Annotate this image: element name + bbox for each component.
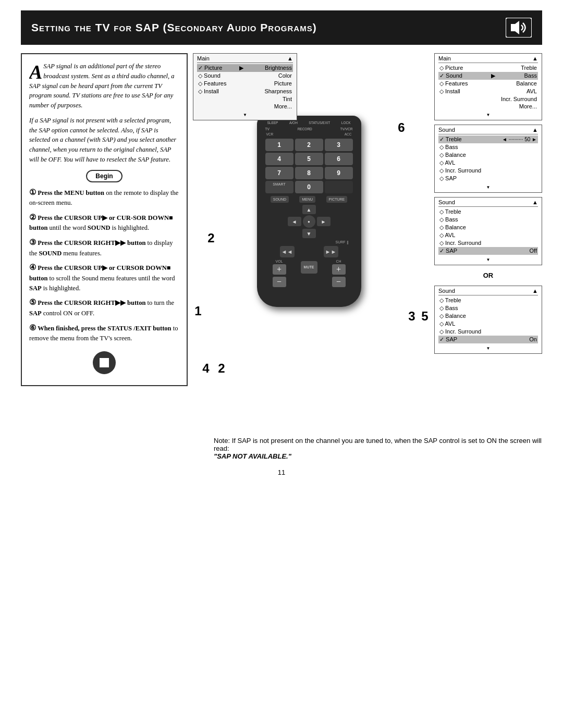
main-sound-title: Main — [438, 55, 451, 61]
surf-label: SURF ‖ — [336, 240, 349, 244]
svg-rect-3 — [100, 358, 109, 367]
sound-btn[interactable]: SOUND — [271, 196, 289, 203]
aoh-label: A/OH — [289, 121, 298, 125]
intro-paragraph-2: If a SAP signal is not present with a se… — [29, 116, 179, 165]
btn-1[interactable]: 1 — [265, 139, 293, 151]
menu-sound-sap-off: Sound ▲ ◇ Treble ◇ Bass ◇ Balance ◇ AVL … — [434, 197, 542, 265]
btn-0[interactable]: 0 — [295, 181, 323, 193]
ms-sound: ✓ Sound — [439, 72, 462, 79]
nav-up[interactable]: ▲ — [302, 205, 316, 214]
btn-smart[interactable]: SMART — [265, 181, 293, 193]
step-1: ① Press the MENU button on the remote to… — [29, 187, 179, 208]
main-menu-title: Main — [197, 55, 210, 61]
btn-6[interactable]: 6 — [325, 153, 353, 165]
menu-main-sound: Main ▲ ◇ PictureTreble ✓ Sound▶Bass ◇ Fe… — [434, 53, 542, 120]
menu-sound-treble: Sound ▲ ✓ Treble ◄ ·········· 50 ► ◇ Bas… — [434, 125, 542, 193]
btn-7[interactable]: 7 — [265, 167, 293, 179]
btn-4[interactable]: 4 — [265, 153, 293, 165]
main-menu-sound: ◇ Sound — [198, 72, 221, 79]
soff-footer: ▼ — [486, 257, 491, 262]
begin-badge: Begin — [86, 170, 122, 182]
nav-right[interactable]: ► — [317, 217, 331, 226]
btn-5[interactable]: 5 — [295, 153, 323, 165]
nav-center[interactable]: ● — [303, 215, 315, 228]
step-4: ④ Press the CURSOR UP▶ or CURSOR DOWN■ b… — [29, 262, 179, 293]
step-4-label: Press the CURSOR UP▶ or CURSOR DOWN■ but… — [29, 264, 170, 282]
st-incr: ◇ Incr. Surround — [439, 167, 481, 174]
screen-menu-main: Main ▲ ✓ Picture ▶ Brightness ◇ Sound Co… — [193, 53, 297, 120]
menu-btn[interactable]: MENU — [299, 196, 315, 203]
soff-balance: ◇ Balance — [439, 224, 466, 230]
left-panel: A SAP signal is an additional part of th… — [21, 53, 188, 386]
ms-balance: Balance — [516, 80, 537, 87]
main-menu-picture-sub: Picture — [274, 80, 292, 87]
right-panel: Main ▲ ◇ PictureTreble ✓ Sound▶Bass ◇ Fe… — [430, 53, 542, 354]
btn-8[interactable]: 8 — [295, 167, 323, 179]
main-menu-color: Color — [278, 72, 292, 79]
st-treble-bar: ◄ ·········· 50 ► — [502, 137, 537, 142]
sap-not-available: "SAP NOT AVAILABLE." — [214, 452, 291, 460]
step-overlay-4-left: 4 — [198, 361, 214, 376]
tv-label: TV — [265, 127, 270, 131]
step-overlay-2: 2 — [203, 230, 219, 246]
ch-plus[interactable]: + — [332, 264, 346, 275]
vol-minus[interactable]: − — [273, 277, 286, 287]
picture-btn[interactable]: PICTURE — [326, 196, 348, 203]
son-balance: ◇ Balance — [439, 313, 466, 319]
step-5-label: Press the CURSOR RIGHT▶▶ button — [38, 299, 145, 306]
intro-text-1: SAP signal is an additional part of the … — [29, 63, 175, 109]
lock-label: LOCK — [341, 121, 351, 125]
soff-off: Off — [530, 248, 537, 254]
btn-3[interactable]: 3 — [325, 139, 353, 151]
nav-left[interactable]: ◄ — [288, 217, 301, 226]
remote-control: SLEEP A/OH STATUS/EXIT LOCK TV RECORD TV… — [257, 116, 361, 307]
rew-btn[interactable]: ◄◄ — [280, 246, 295, 257]
son-avl: ◇ AVL — [439, 320, 455, 327]
step-6-num: ⑥ — [29, 324, 36, 332]
main-menu-brightness: Brightness — [265, 65, 292, 71]
st-sap: ◇ SAP — [439, 175, 457, 181]
main-menu-sharpness: Sharpness — [264, 88, 292, 95]
ms-avl: AVL — [527, 88, 537, 94]
ms-incr: Incr. Surround — [501, 96, 537, 102]
main-menu-picture-arrow: ▶ — [239, 65, 243, 71]
sleep-label: SLEEP — [267, 121, 278, 125]
step-1-num: ① — [29, 188, 36, 196]
ms-footer-arrow: ▼ — [486, 113, 491, 117]
son-title: Sound — [438, 288, 455, 294]
son-bass: ◇ Bass — [439, 305, 458, 311]
soff-sap: ✓ SAP — [439, 248, 457, 254]
st-balance: ◇ Balance — [439, 152, 466, 158]
main-menu-tint: Tint — [283, 96, 292, 102]
drop-cap: A — [29, 64, 42, 80]
ms-install: ◇ Install — [439, 88, 460, 94]
step-6: ⑥ When finished, press the STATUS /EXIT … — [29, 322, 179, 343]
ms-picture: ◇ Picture — [439, 65, 463, 71]
son-sap: ✓ SAP — [439, 336, 457, 343]
ch-label: CH — [336, 260, 341, 263]
st-treble: ✓ Treble — [439, 136, 462, 143]
soff-bass: ◇ Bass — [439, 216, 458, 223]
main-menu-up-arrow: ▲ — [287, 55, 293, 61]
son-footer: ▼ — [486, 346, 491, 351]
son-treble: ◇ Treble — [439, 297, 461, 303]
note-text: Note: If SAP is not present on the chann… — [214, 437, 542, 452]
soff-title: Sound — [438, 199, 455, 205]
main-menu-picture: ✓ Picture — [198, 65, 222, 71]
step-overlay-5: 5 — [417, 309, 433, 324]
acc-label: ACC — [345, 132, 352, 136]
btn-2[interactable]: 2 — [295, 139, 323, 151]
nav-down[interactable]: ▼ — [302, 229, 316, 238]
step-overlay-1: 1 — [190, 303, 206, 319]
btn-9[interactable]: 9 — [325, 167, 353, 179]
mute-btn[interactable]: MUTE — [301, 261, 317, 274]
ch-minus[interactable]: − — [332, 277, 346, 287]
stop-container — [29, 351, 179, 378]
step-overlay-2-bottom: 2 — [214, 361, 229, 376]
soff-up: ▲ — [532, 199, 538, 205]
main-content: A SAP signal is an additional part of th… — [21, 53, 542, 428]
ffw-btn[interactable]: ►► — [324, 246, 338, 257]
vol-plus[interactable]: + — [273, 264, 286, 275]
soff-avl: ◇ AVL — [439, 232, 455, 238]
son-on: On — [529, 336, 537, 343]
